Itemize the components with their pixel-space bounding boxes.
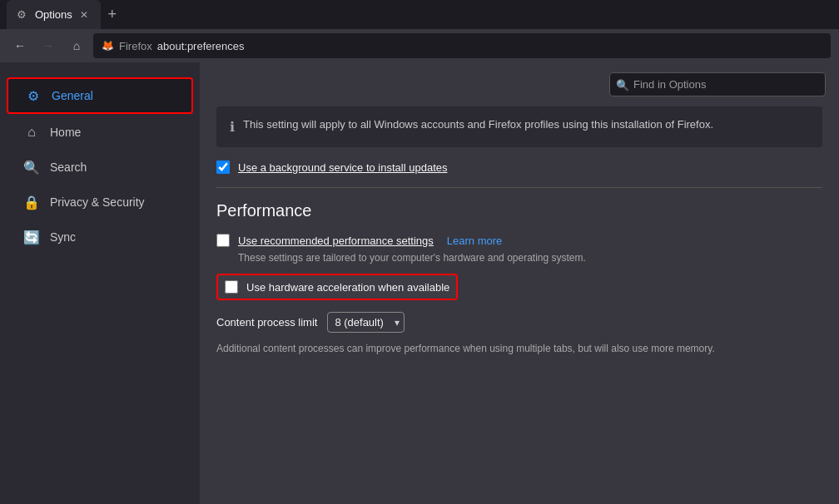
- content-body: ℹ This setting will apply to all Windows…: [200, 106, 839, 383]
- info-text: This setting will apply to all Windows a…: [243, 116, 713, 133]
- recommended-settings-label[interactable]: Use recommended performance settings: [238, 235, 434, 247]
- find-input[interactable]: [609, 72, 826, 96]
- sidebar-label-sync: Sync: [50, 230, 76, 244]
- tab-close-button[interactable]: ✕: [77, 8, 91, 22]
- gear-icon: ⚙: [25, 87, 42, 104]
- forward-button[interactable]: →: [37, 34, 60, 57]
- background-service-row: Use a background service to install upda…: [216, 161, 822, 174]
- info-icon: ℹ: [230, 117, 235, 137]
- back-button[interactable]: ←: [8, 34, 32, 57]
- tab-favicon-icon: ⚙: [17, 8, 30, 22]
- active-tab[interactable]: ⚙ Options ✕: [7, 0, 101, 29]
- home-button[interactable]: ⌂: [65, 34, 88, 57]
- recommended-settings-checkbox[interactable]: [216, 234, 230, 247]
- background-service-label[interactable]: Use a background service to install upda…: [238, 161, 447, 174]
- lock-icon: 🔒: [23, 194, 40, 210]
- nav-bar: ← → ⌂ 🦊 Firefox about:preferences: [0, 29, 839, 62]
- section-divider: [216, 187, 822, 188]
- hw-accel-checkbox[interactable]: [225, 280, 238, 294]
- performance-section-title: Performance: [216, 201, 822, 220]
- search-icon: 🔍: [23, 159, 40, 175]
- recommended-settings-row: Use recommended performance settings Lea…: [216, 234, 822, 247]
- tab-bar: ⚙ Options ✕ +: [7, 0, 832, 29]
- title-bar: ⚙ Options ✕ +: [0, 0, 839, 29]
- sidebar-item-home[interactable]: ⌂ Home: [7, 116, 193, 149]
- address-text: about:preferences: [157, 40, 245, 52]
- content-area: 🔍 ℹ This setting will apply to all Windo…: [200, 62, 839, 504]
- tab-title: Options: [35, 8, 72, 21]
- find-input-wrap: 🔍: [609, 72, 826, 96]
- sidebar-label-privacy: Privacy & Security: [50, 195, 145, 209]
- info-box: ℹ This setting will apply to all Windows…: [216, 106, 822, 147]
- background-service-checkbox[interactable]: [216, 161, 230, 174]
- sidebar-item-search[interactable]: 🔍 Search: [7, 151, 193, 184]
- process-limit-select[interactable]: 1 2 4 7 8 (default): [327, 312, 405, 333]
- sidebar-item-sync[interactable]: 🔄 Sync: [7, 220, 193, 254]
- performance-section: Performance Use recommended performance …: [216, 201, 822, 356]
- hw-accel-label[interactable]: Use hardware acceleration when available: [246, 281, 449, 294]
- sidebar: ⚙ General ⌂ Home 🔍 Search 🔒 Privacy & Se…: [0, 62, 200, 504]
- process-limit-row: Content process limit 1 2 4 7 8 (default…: [216, 312, 822, 333]
- sidebar-label-home: Home: [50, 126, 81, 139]
- hw-accel-row: Use hardware acceleration when available: [216, 274, 458, 300]
- process-limit-select-wrap: 1 2 4 7 8 (default): [327, 312, 405, 333]
- process-limit-label: Content process limit: [216, 316, 317, 329]
- find-bar: 🔍: [200, 62, 839, 106]
- sidebar-label-search: Search: [50, 161, 87, 174]
- process-hint: Additional content processes can improve…: [216, 341, 766, 356]
- home-icon: ⌂: [23, 124, 40, 141]
- find-search-icon: 🔍: [616, 78, 629, 91]
- main-layout: ⚙ General ⌂ Home 🔍 Search 🔒 Privacy & Se…: [0, 62, 839, 504]
- browser-brand-label: Firefox: [119, 40, 152, 52]
- sidebar-item-privacy[interactable]: 🔒 Privacy & Security: [7, 185, 193, 219]
- sidebar-label-general: General: [52, 89, 93, 102]
- sync-icon: 🔄: [23, 229, 40, 245]
- address-favicon-icon: 🦊: [102, 40, 114, 52]
- sidebar-item-general[interactable]: ⚙ General: [7, 77, 193, 114]
- address-bar[interactable]: 🦊 Firefox about:preferences: [93, 33, 831, 58]
- new-tab-button[interactable]: +: [101, 3, 124, 27]
- learn-more-link[interactable]: Learn more: [447, 235, 502, 247]
- recommended-hint: These settings are tailored to your comp…: [238, 252, 822, 264]
